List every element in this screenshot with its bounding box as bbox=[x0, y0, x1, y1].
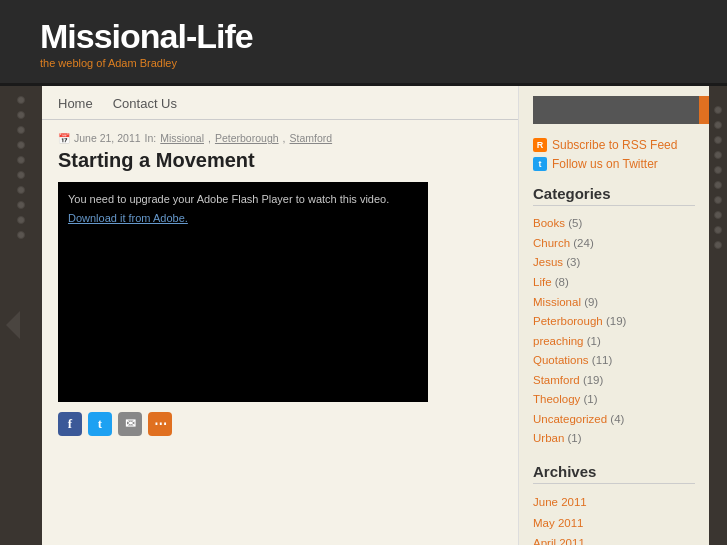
category-count: (4) bbox=[610, 413, 624, 425]
dot bbox=[714, 226, 722, 234]
sidebar: Search R Subscribe to RSS Feed t Follow … bbox=[519, 86, 709, 545]
search-bar: Search bbox=[533, 96, 695, 124]
list-item: Church (24) bbox=[533, 234, 695, 254]
category-count: (1) bbox=[587, 335, 601, 347]
category-count: (8) bbox=[555, 276, 569, 288]
category-count: (5) bbox=[568, 217, 582, 229]
category-link[interactable]: Church bbox=[533, 237, 570, 249]
category-link[interactable]: Stamford bbox=[533, 374, 580, 386]
left-border bbox=[0, 86, 42, 545]
category-count: (19) bbox=[606, 315, 626, 327]
site-tagline: the weblog of Adam Bradley bbox=[40, 57, 687, 69]
dot bbox=[17, 96, 25, 104]
list-item: Theology (1) bbox=[533, 390, 695, 410]
dot bbox=[714, 136, 722, 144]
list-item: preaching (1) bbox=[533, 332, 695, 352]
dot bbox=[714, 151, 722, 159]
list-item: June 2011 bbox=[533, 492, 695, 513]
list-item: Quotations (11) bbox=[533, 351, 695, 371]
list-item: Books (5) bbox=[533, 214, 695, 234]
list-item: Uncategorized (4) bbox=[533, 410, 695, 430]
category-link[interactable]: Quotations bbox=[533, 354, 589, 366]
left-dot-strip bbox=[17, 96, 25, 239]
category-link[interactable]: Uncategorized bbox=[533, 413, 607, 425]
archive-link[interactable]: May 2011 bbox=[533, 517, 584, 529]
category-count: (3) bbox=[566, 256, 580, 268]
dot bbox=[17, 126, 25, 134]
dot bbox=[17, 201, 25, 209]
rss-icon: R bbox=[533, 138, 547, 152]
archives-title: Archives bbox=[533, 463, 695, 484]
category-link[interactable]: Peterborough bbox=[533, 315, 603, 327]
post-category-missional[interactable]: Missional bbox=[160, 132, 204, 144]
main-wrapper: Home Contact Us 📅 June 21, 2011 In: Miss… bbox=[0, 86, 727, 545]
nav-bar: Home Contact Us bbox=[42, 86, 518, 120]
dot bbox=[17, 216, 25, 224]
post-category-stamford[interactable]: Stamford bbox=[290, 132, 333, 144]
dot bbox=[714, 181, 722, 189]
dot bbox=[17, 141, 25, 149]
categories-title: Categories bbox=[533, 185, 695, 206]
list-item: Life (8) bbox=[533, 273, 695, 293]
video-upgrade-text: You need to upgrade your Adobe Flash Pla… bbox=[68, 192, 418, 207]
email-share-button[interactable]: ✉ bbox=[118, 412, 142, 436]
post-category-peterborough[interactable]: Peterborough bbox=[215, 132, 279, 144]
category-list: Books (5)Church (24)Jesus (3)Life (8)Mis… bbox=[533, 214, 695, 449]
post-date: June 21, 2011 bbox=[74, 132, 141, 144]
category-link[interactable]: Missional bbox=[533, 296, 581, 308]
search-input[interactable] bbox=[533, 96, 699, 124]
dot bbox=[714, 121, 722, 129]
category-link[interactable]: Theology bbox=[533, 393, 580, 405]
list-item: April 2011 bbox=[533, 533, 695, 545]
social-links: R Subscribe to RSS Feed t Follow us on T… bbox=[533, 138, 695, 171]
video-download-link[interactable]: Download it from Adobe. bbox=[68, 212, 418, 224]
right-dot-strip bbox=[714, 96, 722, 249]
category-link[interactable]: Books bbox=[533, 217, 565, 229]
post-meta: 📅 June 21, 2011 In: Missional, Peterboro… bbox=[58, 132, 502, 144]
dot bbox=[714, 106, 722, 114]
dot bbox=[714, 196, 722, 204]
dot bbox=[17, 171, 25, 179]
dot bbox=[714, 241, 722, 249]
dot bbox=[17, 111, 25, 119]
category-count: (24) bbox=[573, 237, 593, 249]
twitter-link[interactable]: t Follow us on Twitter bbox=[533, 157, 695, 171]
category-link[interactable]: Urban bbox=[533, 432, 564, 444]
dot bbox=[714, 166, 722, 174]
twitter-share-button[interactable]: t bbox=[88, 412, 112, 436]
category-count: (1) bbox=[584, 393, 598, 405]
nav-home[interactable]: Home bbox=[58, 96, 93, 111]
category-count: (9) bbox=[584, 296, 598, 308]
video-placeholder: You need to upgrade your Adobe Flash Pla… bbox=[58, 182, 428, 402]
list-item: May 2011 bbox=[533, 513, 695, 534]
category-link[interactable]: Life bbox=[533, 276, 552, 288]
site-title: Missional-Life bbox=[40, 18, 687, 55]
nav-contact[interactable]: Contact Us bbox=[113, 96, 177, 111]
share-bar: f t ✉ ⋯ bbox=[58, 412, 502, 436]
archive-link[interactable]: April 2011 bbox=[533, 537, 585, 545]
site-header: Missional-Life the weblog of Adam Bradle… bbox=[0, 0, 727, 86]
post-meta-in: In: bbox=[145, 132, 157, 144]
post-area: 📅 June 21, 2011 In: Missional, Peterboro… bbox=[42, 120, 518, 446]
twitter-label: Follow us on Twitter bbox=[552, 157, 658, 171]
rss-label: Subscribe to RSS Feed bbox=[552, 138, 677, 152]
twitter-icon: t bbox=[533, 157, 547, 171]
list-item: Urban (1) bbox=[533, 429, 695, 449]
left-arrow-icon[interactable] bbox=[6, 311, 20, 339]
dot bbox=[17, 186, 25, 194]
content-area: Home Contact Us 📅 June 21, 2011 In: Miss… bbox=[42, 86, 709, 545]
right-border bbox=[709, 86, 727, 545]
list-item: Jesus (3) bbox=[533, 253, 695, 273]
archive-link[interactable]: June 2011 bbox=[533, 496, 587, 508]
facebook-share-button[interactable]: f bbox=[58, 412, 82, 436]
category-count: (1) bbox=[568, 432, 582, 444]
category-count: (11) bbox=[592, 354, 612, 366]
archive-list: June 2011May 2011April 2011 bbox=[533, 492, 695, 545]
post-title: Starting a Movement bbox=[58, 148, 502, 172]
more-share-button[interactable]: ⋯ bbox=[148, 412, 172, 436]
rss-link[interactable]: R Subscribe to RSS Feed bbox=[533, 138, 695, 152]
main-column: Home Contact Us 📅 June 21, 2011 In: Miss… bbox=[42, 86, 519, 545]
category-link[interactable]: Jesus bbox=[533, 256, 563, 268]
category-link[interactable]: preaching bbox=[533, 335, 584, 347]
dot bbox=[17, 156, 25, 164]
